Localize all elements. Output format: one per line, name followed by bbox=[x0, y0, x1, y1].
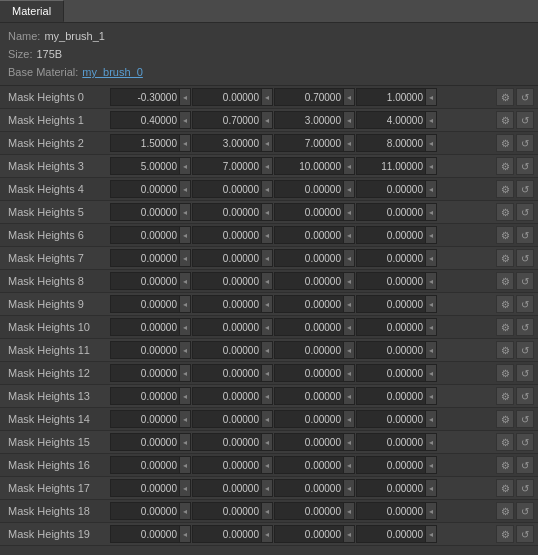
field-arrow-4[interactable]: ◂ bbox=[425, 364, 437, 382]
reset-button[interactable]: ↺ bbox=[516, 226, 534, 244]
field-input-1[interactable] bbox=[110, 502, 180, 520]
reset-button[interactable]: ↺ bbox=[516, 525, 534, 543]
field-arrow-2[interactable]: ◂ bbox=[261, 272, 273, 290]
field-arrow-1[interactable]: ◂ bbox=[179, 272, 191, 290]
field-arrow-3[interactable]: ◂ bbox=[343, 88, 355, 106]
field-arrow-4[interactable]: ◂ bbox=[425, 203, 437, 221]
field-input-4[interactable] bbox=[356, 295, 426, 313]
field-input-3[interactable] bbox=[274, 433, 344, 451]
field-input-1[interactable] bbox=[110, 157, 180, 175]
field-input-2[interactable] bbox=[192, 249, 262, 267]
field-arrow-1[interactable]: ◂ bbox=[179, 88, 191, 106]
reset-button[interactable]: ↺ bbox=[516, 341, 534, 359]
reset-button[interactable]: ↺ bbox=[516, 456, 534, 474]
field-input-4[interactable] bbox=[356, 433, 426, 451]
gear-button[interactable]: ⚙ bbox=[496, 249, 514, 267]
field-arrow-3[interactable]: ◂ bbox=[343, 134, 355, 152]
reset-button[interactable]: ↺ bbox=[516, 134, 534, 152]
gear-button[interactable]: ⚙ bbox=[496, 364, 514, 382]
field-arrow-3[interactable]: ◂ bbox=[343, 502, 355, 520]
field-input-3[interactable] bbox=[274, 295, 344, 313]
field-arrow-2[interactable]: ◂ bbox=[261, 318, 273, 336]
reset-button[interactable]: ↺ bbox=[516, 272, 534, 290]
reset-button[interactable]: ↺ bbox=[516, 387, 534, 405]
field-input-3[interactable] bbox=[274, 410, 344, 428]
gear-button[interactable]: ⚙ bbox=[496, 318, 514, 336]
field-arrow-2[interactable]: ◂ bbox=[261, 295, 273, 313]
field-arrow-3[interactable]: ◂ bbox=[343, 272, 355, 290]
field-arrow-3[interactable]: ◂ bbox=[343, 226, 355, 244]
field-input-3[interactable] bbox=[274, 88, 344, 106]
field-arrow-3[interactable]: ◂ bbox=[343, 318, 355, 336]
field-input-4[interactable] bbox=[356, 479, 426, 497]
field-input-1[interactable] bbox=[110, 249, 180, 267]
gear-button[interactable]: ⚙ bbox=[496, 203, 514, 221]
field-input-1[interactable] bbox=[110, 88, 180, 106]
field-arrow-2[interactable]: ◂ bbox=[261, 226, 273, 244]
field-arrow-4[interactable]: ◂ bbox=[425, 387, 437, 405]
field-arrow-2[interactable]: ◂ bbox=[261, 433, 273, 451]
gear-button[interactable]: ⚙ bbox=[496, 180, 514, 198]
field-input-4[interactable] bbox=[356, 249, 426, 267]
gear-button[interactable]: ⚙ bbox=[496, 479, 514, 497]
field-arrow-1[interactable]: ◂ bbox=[179, 502, 191, 520]
field-arrow-4[interactable]: ◂ bbox=[425, 272, 437, 290]
field-arrow-2[interactable]: ◂ bbox=[261, 111, 273, 129]
field-input-3[interactable] bbox=[274, 364, 344, 382]
reset-button[interactable]: ↺ bbox=[516, 111, 534, 129]
field-input-1[interactable] bbox=[110, 226, 180, 244]
field-arrow-1[interactable]: ◂ bbox=[179, 479, 191, 497]
gear-button[interactable]: ⚙ bbox=[496, 88, 514, 106]
reset-button[interactable]: ↺ bbox=[516, 479, 534, 497]
gear-button[interactable]: ⚙ bbox=[496, 226, 514, 244]
tab-material[interactable]: Material bbox=[0, 0, 64, 22]
field-arrow-4[interactable]: ◂ bbox=[425, 433, 437, 451]
field-input-3[interactable] bbox=[274, 157, 344, 175]
field-arrow-3[interactable]: ◂ bbox=[343, 456, 355, 474]
field-arrow-1[interactable]: ◂ bbox=[179, 364, 191, 382]
field-input-2[interactable] bbox=[192, 387, 262, 405]
field-arrow-2[interactable]: ◂ bbox=[261, 134, 273, 152]
field-arrow-3[interactable]: ◂ bbox=[343, 525, 355, 543]
gear-button[interactable]: ⚙ bbox=[496, 387, 514, 405]
field-arrow-2[interactable]: ◂ bbox=[261, 456, 273, 474]
field-input-2[interactable] bbox=[192, 525, 262, 543]
gear-button[interactable]: ⚙ bbox=[496, 111, 514, 129]
field-arrow-4[interactable]: ◂ bbox=[425, 180, 437, 198]
field-input-1[interactable] bbox=[110, 364, 180, 382]
field-arrow-4[interactable]: ◂ bbox=[425, 410, 437, 428]
gear-button[interactable]: ⚙ bbox=[496, 134, 514, 152]
field-input-1[interactable] bbox=[110, 318, 180, 336]
field-arrow-1[interactable]: ◂ bbox=[179, 433, 191, 451]
field-input-2[interactable] bbox=[192, 180, 262, 198]
field-arrow-1[interactable]: ◂ bbox=[179, 295, 191, 313]
field-arrow-3[interactable]: ◂ bbox=[343, 157, 355, 175]
field-arrow-1[interactable]: ◂ bbox=[179, 249, 191, 267]
field-arrow-1[interactable]: ◂ bbox=[179, 111, 191, 129]
field-input-3[interactable] bbox=[274, 180, 344, 198]
field-arrow-4[interactable]: ◂ bbox=[425, 341, 437, 359]
field-input-4[interactable] bbox=[356, 88, 426, 106]
field-arrow-4[interactable]: ◂ bbox=[425, 157, 437, 175]
field-input-1[interactable] bbox=[110, 410, 180, 428]
field-input-1[interactable] bbox=[110, 180, 180, 198]
field-arrow-4[interactable]: ◂ bbox=[425, 318, 437, 336]
field-input-4[interactable] bbox=[356, 272, 426, 290]
field-arrow-1[interactable]: ◂ bbox=[179, 341, 191, 359]
field-arrow-4[interactable]: ◂ bbox=[425, 525, 437, 543]
field-input-4[interactable] bbox=[356, 364, 426, 382]
field-input-3[interactable] bbox=[274, 272, 344, 290]
gear-button[interactable]: ⚙ bbox=[496, 502, 514, 520]
field-arrow-4[interactable]: ◂ bbox=[425, 249, 437, 267]
field-input-2[interactable] bbox=[192, 341, 262, 359]
reset-button[interactable]: ↺ bbox=[516, 433, 534, 451]
gear-button[interactable]: ⚙ bbox=[496, 157, 514, 175]
field-arrow-2[interactable]: ◂ bbox=[261, 180, 273, 198]
field-input-1[interactable] bbox=[110, 272, 180, 290]
field-input-2[interactable] bbox=[192, 479, 262, 497]
field-arrow-4[interactable]: ◂ bbox=[425, 226, 437, 244]
field-arrow-1[interactable]: ◂ bbox=[179, 318, 191, 336]
field-input-3[interactable] bbox=[274, 387, 344, 405]
field-arrow-4[interactable]: ◂ bbox=[425, 456, 437, 474]
field-input-3[interactable] bbox=[274, 203, 344, 221]
